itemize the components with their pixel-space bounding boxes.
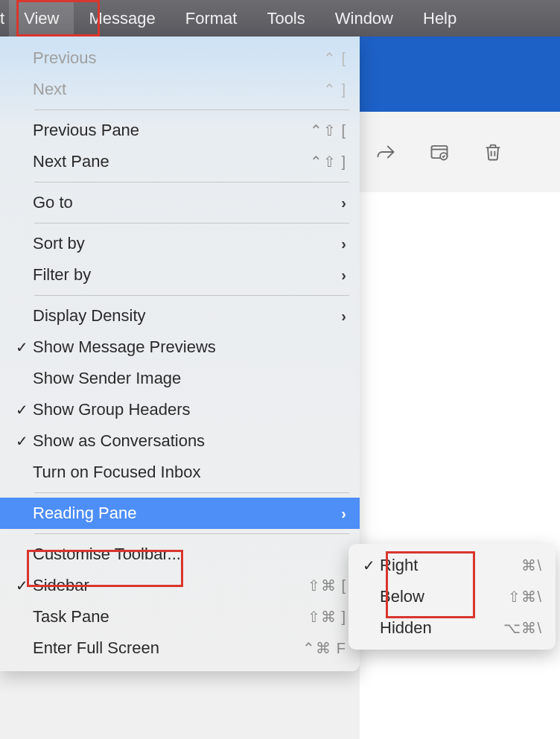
checkmark-icon: ✓ — [10, 432, 33, 450]
menu-divider — [34, 295, 349, 296]
menubar-item-message[interactable]: Message — [74, 0, 170, 37]
chevron-right-icon: › — [341, 308, 346, 325]
menubar-item-format[interactable]: Format — [171, 0, 252, 37]
menu-item-show-sender-image[interactable]: Show Sender Image — [0, 363, 360, 394]
checkmark-icon: ✓ — [10, 401, 33, 419]
menu-item-task-pane[interactable]: Task Pane ⇧⌘ ] — [0, 601, 360, 632]
chevron-right-icon: › — [341, 267, 346, 284]
menubar: t View Message Format Tools Window Help — [0, 0, 560, 37]
reading-pane-submenu: ✓ Right ⌘\ Below ⇧⌘\ Hidden ⌥⌘\ — [349, 544, 556, 650]
menu-item-sort-by[interactable]: Sort by › — [0, 228, 360, 259]
chevron-right-icon: › — [341, 505, 346, 522]
submenu-item-hidden[interactable]: Hidden ⌥⌘\ — [349, 612, 556, 644]
menu-item-next: Next ⌃ ] — [0, 74, 360, 105]
submenu-item-below[interactable]: Below ⇧⌘\ — [349, 581, 556, 612]
menu-item-full-screen[interactable]: Enter Full Screen ⌃⌘ F — [0, 632, 360, 664]
menu-item-display-density[interactable]: Display Density › — [0, 300, 360, 332]
checkmark-icon: ✓ — [10, 577, 33, 594]
chevron-right-icon: › — [341, 194, 346, 212]
forward-icon[interactable] — [375, 142, 397, 162]
menu-divider — [34, 110, 349, 110]
checkmark-icon: ✓ — [10, 338, 33, 356]
menubar-item-window[interactable]: Window — [320, 0, 408, 37]
menu-item-reading-pane[interactable]: Reading Pane › — [0, 498, 360, 529]
menu-item-previous: Previous ⌃ [ — [0, 42, 360, 74]
menu-item-show-message-previews[interactable]: ✓ Show Message Previews — [0, 332, 360, 363]
menu-item-next-pane[interactable]: Next Pane ⌃⇧ ] — [0, 146, 360, 177]
menu-item-show-group-headers[interactable]: ✓ Show Group Headers — [0, 394, 360, 425]
trash-icon[interactable] — [482, 142, 504, 162]
menubar-item-help[interactable]: Help — [408, 0, 471, 37]
menubar-item-tools[interactable]: Tools — [252, 0, 319, 37]
content-area — [360, 192, 560, 739]
menu-divider — [34, 223, 349, 223]
menu-item-go-to[interactable]: Go to › — [0, 187, 360, 218]
menu-divider — [34, 533, 349, 534]
menu-divider — [34, 182, 349, 183]
menu-item-show-as-conversations[interactable]: ✓ Show as Conversations — [0, 425, 360, 457]
menubar-item-view[interactable]: View — [9, 0, 74, 37]
view-dropdown-menu: Previous ⌃ [ Next ⌃ ] Previous Pane ⌃⇧ [… — [0, 37, 360, 671]
menu-item-focused-inbox[interactable]: Turn on Focused Inbox — [0, 457, 360, 488]
archive-icon[interactable] — [428, 142, 451, 162]
menubar-item-prev[interactable]: t — [0, 0, 9, 37]
checkmark-icon: ✓ — [357, 556, 380, 574]
menu-item-filter-by[interactable]: Filter by › — [0, 259, 360, 291]
menu-divider — [34, 492, 349, 493]
toolbar-area — [360, 112, 560, 192]
menu-item-customise-toolbar[interactable]: Customise Toolbar... — [0, 539, 360, 570]
menu-item-previous-pane[interactable]: Previous Pane ⌃⇧ [ — [0, 115, 360, 146]
submenu-item-right[interactable]: ✓ Right ⌘\ — [349, 550, 556, 581]
menu-item-sidebar[interactable]: ✓ Sidebar ⇧⌘ [ — [0, 570, 360, 601]
chevron-right-icon: › — [341, 235, 346, 253]
